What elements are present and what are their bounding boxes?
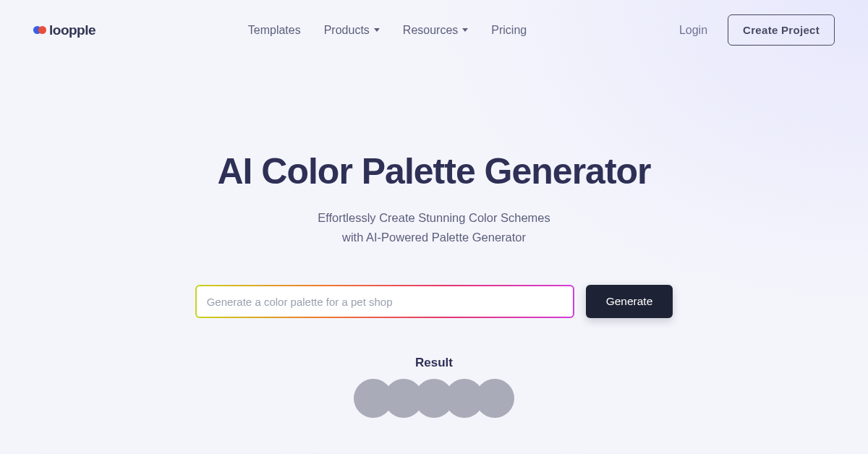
generate-button[interactable]: Generate — [586, 285, 673, 318]
nav-products-label: Products — [324, 24, 370, 37]
chevron-down-icon — [374, 28, 380, 32]
prompt-input-wrapper — [195, 285, 574, 318]
nav-resources-label: Resources — [403, 24, 458, 37]
login-link[interactable]: Login — [679, 24, 707, 37]
logo-icon — [33, 26, 46, 34]
nav-templates[interactable]: Templates — [248, 24, 301, 37]
nav-pricing[interactable]: Pricing — [491, 24, 527, 37]
chevron-down-icon — [462, 28, 468, 32]
palette-swatches — [0, 379, 868, 418]
logo-text: loopple — [49, 22, 95, 38]
result-label: Result — [0, 356, 868, 370]
logo[interactable]: loopple — [33, 22, 95, 38]
color-swatch[interactable] — [475, 379, 514, 418]
prompt-input[interactable] — [197, 286, 573, 317]
subtitle-line-2: with AI-Powered Palette Generator — [0, 228, 868, 247]
nav-resources[interactable]: Resources — [403, 24, 468, 37]
page-title: AI Color Palette Generator — [0, 150, 868, 192]
subtitle-line-1: Effortlessly Create Stunning Color Schem… — [0, 208, 868, 228]
create-project-button[interactable]: Create Project — [728, 14, 835, 46]
nav-products[interactable]: Products — [324, 24, 380, 37]
nav-templates-label: Templates — [248, 24, 301, 37]
page-subtitle: Effortlessly Create Stunning Color Schem… — [0, 208, 868, 247]
nav-pricing-label: Pricing — [491, 24, 527, 37]
